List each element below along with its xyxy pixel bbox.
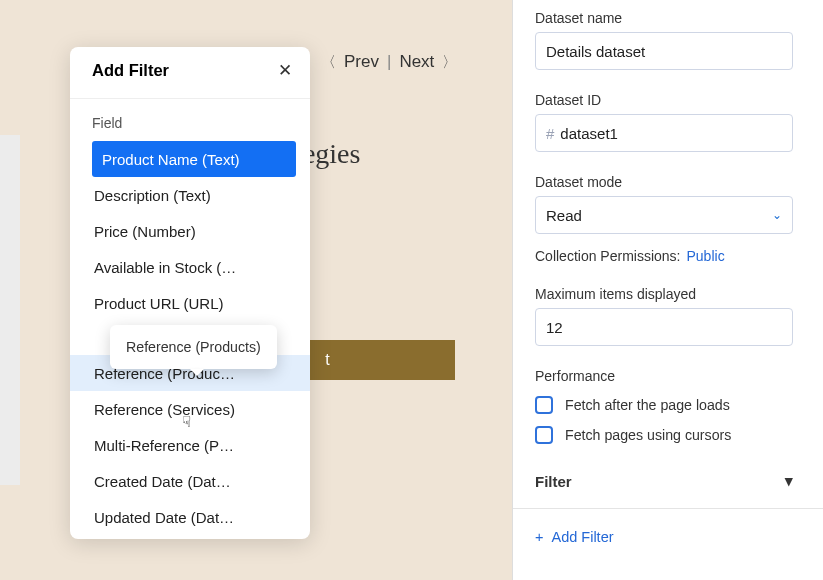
collection-permissions-label: Collection Permissions: [535,248,681,264]
performance-label: Performance [535,368,793,384]
field-option-created-date[interactable]: Created Date (Dat… [70,463,296,499]
field-option-multi-reference[interactable]: Multi-Reference (P… [70,427,296,463]
dataset-id-input[interactable]: dataset1 [535,114,793,152]
caret-down-icon: ▾ [785,472,793,490]
field-option-reference-services[interactable]: Reference (Services) [70,391,296,427]
add-filter-button[interactable]: + Add Filter [535,529,793,545]
dataset-mode-value: Read [546,207,582,224]
dataset-mode-select[interactable]: Read ⌄ [535,196,793,234]
fetch-cursors-label: Fetch pages using cursors [565,427,731,443]
pager-nav: 〈 Prev | Next 〉 [321,52,457,72]
canvas-side-shadow [0,135,20,485]
dataset-name-input[interactable]: Details dataset [535,32,793,70]
plus-icon: + [535,529,543,545]
dataset-id-value: dataset1 [560,125,618,142]
chevron-down-icon: ⌄ [772,208,782,222]
chevron-right-icon[interactable]: 〉 [442,53,457,72]
field-option-description[interactable]: Description (Text) [70,177,296,213]
field-option-product-url[interactable]: Product URL (URL) [70,285,296,321]
fetch-cursors-checkbox[interactable] [535,426,553,444]
max-items-input[interactable]: 12 [535,308,793,346]
filter-section-toggle[interactable]: Filter ▾ [535,472,793,490]
close-icon[interactable]: ✕ [278,62,292,79]
fetch-after-label: Fetch after the page loads [565,397,730,413]
popup-field-label: Field [70,99,310,141]
divider [513,508,823,509]
field-tooltip-text: Reference (Products) [126,339,261,355]
field-tooltip: Reference (Products) [110,325,277,369]
add-filter-popup: Add Filter ✕ Field Product Name (Text) D… [70,47,310,539]
field-option-available[interactable]: Available in Stock (… [70,249,296,285]
dataset-id-label: Dataset ID [535,92,793,108]
filter-section-label: Filter [535,473,572,490]
pager-prev[interactable]: Prev [344,52,379,72]
popup-title: Add Filter [92,61,169,80]
collection-permissions-link[interactable]: Public [687,248,725,264]
field-option-product-name[interactable]: Product Name (Text) [92,141,296,177]
add-filter-label: Add Filter [551,529,613,545]
fetch-after-checkbox[interactable] [535,396,553,414]
max-items-value: 12 [546,319,563,336]
canvas-button-label: t [325,351,329,369]
max-items-label: Maximum items displayed [535,286,793,302]
field-option-price[interactable]: Price (Number) [70,213,296,249]
field-option-updated-date[interactable]: Updated Date (Dat… [70,499,296,535]
dataset-mode-label: Dataset mode [535,174,793,190]
pager-next[interactable]: Next [399,52,434,72]
pager-separator: | [387,52,391,72]
chevron-left-icon[interactable]: 〈 [321,53,336,72]
dataset-name-label: Dataset name [535,10,793,26]
settings-panel: Dataset name Details dataset Dataset ID … [512,0,823,580]
dataset-name-value: Details dataset [546,43,645,60]
